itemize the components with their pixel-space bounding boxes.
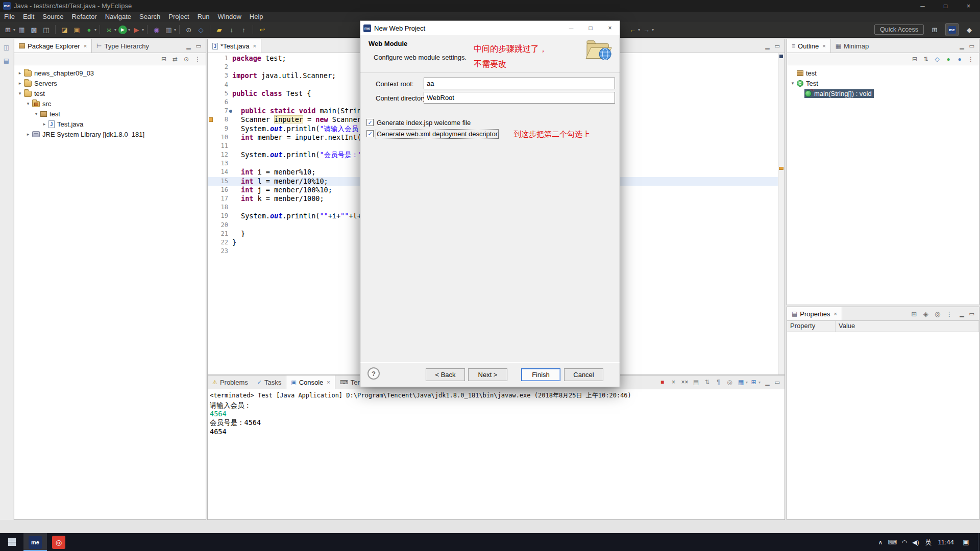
restore-minimized-view-icon[interactable]: ◫ [2,43,11,52]
show-desktop-button[interactable] [978,533,980,551]
close-tab-icon[interactable]: × [834,311,837,317]
cancel-button[interactable]: Cancel [564,368,603,381]
help-button[interactable]: ? [368,367,380,380]
word-wrap-icon[interactable]: ¶ [713,377,724,387]
window-close-button[interactable]: × [957,0,980,12]
hide-non-public-icon[interactable]: ● [954,54,965,64]
pe-item-test[interactable]: ▾test [14,109,206,119]
quick-access-button[interactable]: Quick Access [874,24,924,35]
menu-navigate[interactable]: Navigate [101,12,135,22]
hide-fields-icon[interactable]: ◇ [932,54,942,64]
close-tab-icon[interactable]: × [822,43,825,49]
forward-icon-dropdown[interactable]: ▾ [652,28,654,32]
pin-console-icon[interactable]: ◎ [724,377,735,387]
tree-collapsed-arrow[interactable]: ▸ [41,121,48,127]
tab-tasks[interactable]: ✓Tasks [253,375,286,389]
open-console-icon[interactable]: ⊞ [748,377,759,387]
menu-refactor[interactable]: Refactor [68,12,101,22]
save-all-icon[interactable]: ▩ [28,24,40,35]
value-column-header[interactable]: Value [836,321,979,332]
tab-problems[interactable]: ⚠Problems [208,375,253,389]
minimize-view-icon[interactable]: ▁ [765,43,769,49]
dialog-close-button[interactable]: × [600,21,620,35]
print-icon[interactable]: ◫ [40,24,52,35]
pe-item-news-chapter09-03[interactable]: ▸news_chapter09_03 [14,68,206,78]
dialog-titlebar[interactable]: me New Web Project ─ □ × [360,21,620,35]
remove-launch-icon[interactable]: × [668,377,679,387]
prev-annotation-icon[interactable]: ↑ [238,24,250,35]
tree-collapsed-arrow[interactable]: ▸ [24,132,32,137]
menu-source[interactable]: Source [38,12,67,22]
open-type-icon[interactable]: ◇ [195,24,207,35]
database-icon[interactable]: ◉ [151,24,162,35]
run-icon-dropdown[interactable]: ▾ [128,28,130,32]
taskbar-myeclipse-button[interactable]: me [23,533,47,551]
checkbox-box[interactable]: ✓ [366,119,374,126]
server-icon[interactable]: ▥ [163,24,175,35]
menu-window[interactable]: Window [214,12,246,22]
view-menu-icon[interactable]: ⋮ [966,54,976,64]
generate-web-xml-checkbox[interactable]: ✓ Generate web.xml deployment descriptor [366,130,498,138]
close-tab-icon[interactable]: × [84,43,87,49]
generate-index-jsp-checkbox[interactable]: ✓ Generate index.jsp welcome file [366,118,471,127]
collapse-all-icon[interactable]: ⊟ [159,54,169,64]
remove-all-launches-icon[interactable]: ×× [679,377,690,387]
search-icon[interactable]: ⊙ [183,24,194,35]
tree-expanded-arrow[interactable]: ▾ [16,91,23,96]
debug-icon-dropdown[interactable]: ▾ [114,28,116,32]
pe-item-src[interactable]: ▾src [14,98,206,109]
back-icon[interactable]: ← [627,24,639,35]
back-icon-dropdown[interactable]: ▾ [638,28,640,32]
taskbar-app-button[interactable]: ◎ [47,533,70,551]
dialog-maximize-button[interactable]: □ [581,21,600,35]
outline-item-test[interactable]: ▾CTest [787,78,979,88]
new-wizard-icon-dropdown[interactable]: ▾ [13,28,15,32]
property-column-header[interactable]: Property [787,321,836,332]
tab-minimap[interactable]: ▦ Minimap [831,39,873,53]
show-categories-icon[interactable]: ⊞ [908,308,920,319]
outline-item-test[interactable]: test [787,68,979,78]
close-tab-icon[interactable]: × [253,43,256,49]
forward-icon[interactable]: → [641,24,652,35]
maximize-view-icon[interactable]: ▭ [775,43,780,49]
menu-project[interactable]: Project [164,12,193,22]
maximize-view-icon[interactable]: ▭ [196,43,201,49]
ime-indicator[interactable]: 英 [925,538,932,547]
filters-icon[interactable]: ⊙ [181,54,191,64]
link-with-editor-icon[interactable]: ⇄ [170,54,180,64]
menu-run[interactable]: Run [193,12,214,22]
overview-ruler[interactable] [778,53,785,374]
tab-properties[interactable]: ▤ Properties × [787,307,842,320]
checkbox-box[interactable]: ✓ [366,130,374,137]
volume-tray-icon[interactable]: ◀) [912,539,919,546]
external-tools-icon[interactable]: ▶ [131,24,142,35]
clock[interactable]: 11:44 [938,538,954,546]
finish-button[interactable]: Finish [521,368,560,381]
hide-static-members-icon[interactable]: ● [943,54,953,64]
pe-item-test-java[interactable]: ▸JTest.java [14,119,206,129]
view-menu-icon[interactable]: ⋮ [943,308,955,319]
next-button[interactable]: Next > [468,368,507,381]
display-selected-console-icon-dropdown[interactable]: ▾ [746,380,748,385]
menu-file[interactable]: File [0,12,19,22]
new-java-project-icon[interactable]: ◪ [59,24,70,35]
pe-item-servers[interactable]: ▸Servers [14,78,206,88]
maximize-view-icon[interactable]: ▭ [775,379,780,386]
tree-expanded-arrow[interactable]: ▾ [789,81,796,86]
scroll-lock-icon[interactable]: ⇅ [702,377,713,387]
menu-edit[interactable]: Edit [19,12,38,22]
start-button[interactable] [0,533,23,551]
minimized-view-icon[interactable]: ▤ [2,56,11,65]
show-advanced-icon[interactable]: ◈ [920,308,932,319]
external-tools-icon-dropdown[interactable]: ▾ [142,28,144,32]
new-class-icon-dropdown[interactable]: ▾ [94,28,96,32]
package-explorer-tree[interactable]: ▸news_chapter09_03▸Servers▾test▾src▾test… [14,65,206,519]
window-maximize-button[interactable]: □ [934,0,957,12]
outline-tree[interactable]: test▾CTestSmain(String[]) : void [787,65,979,305]
back-button[interactable]: < Back [426,368,465,381]
debug-icon[interactable]: ж [103,24,115,35]
display-selected-console-icon[interactable]: ▦ [736,377,746,387]
tab-console[interactable]: ▣Console× [286,375,335,389]
pe-item-jre-system-library-jdk1-8-0-181[interactable]: ▸JRE System Library [jdk1.8.0_181] [14,129,206,139]
tree-collapsed-arrow[interactable]: ▸ [16,70,23,76]
